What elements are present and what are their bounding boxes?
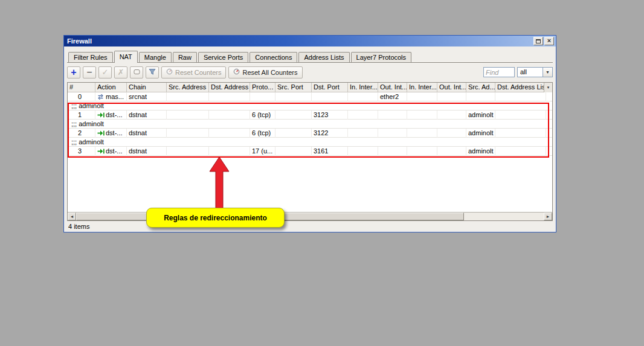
column-header-protocol[interactable]: Proto... [250, 83, 275, 92]
cell-text: 3123 [314, 111, 328, 118]
disable-button[interactable]: ✗ [114, 66, 127, 78]
comment-row[interactable]: ;;; adminolt [68, 120, 552, 129]
cell-src_address [167, 129, 209, 138]
cell-out_interface_list [437, 147, 466, 156]
scrollbar-track[interactable] [464, 213, 544, 220]
cell-protocol: 6 (tcp) [250, 111, 275, 120]
filter-dropdown[interactable]: all ▼ [517, 67, 553, 77]
column-header-dst_address[interactable]: Dst. Address [209, 83, 250, 92]
tab-raw[interactable]: Raw [173, 52, 197, 62]
column-selector-button[interactable]: ▼ [544, 83, 552, 92]
cell-out_interface [378, 111, 407, 120]
tab-filter-rules[interactable]: Filter Rules [68, 52, 113, 62]
comment-row[interactable]: ;;; adminolt [68, 138, 552, 147]
counter-icon [166, 68, 173, 76]
tab-mangle[interactable]: Mangle [139, 52, 172, 62]
enable-button[interactable]: ✓ [98, 66, 112, 78]
masquerade-icon [97, 94, 105, 100]
column-header-out_interface_list[interactable]: Out. Int... [437, 83, 466, 92]
maximize-button[interactable] [533, 37, 543, 45]
cell-src_address [167, 111, 209, 120]
cell-dst_address [209, 111, 250, 120]
cell-num: 3 [68, 147, 95, 156]
cell-dst_address [209, 129, 250, 138]
cell-out_interface [378, 147, 407, 156]
cell-src_port [275, 111, 312, 120]
column-header-num[interactable]: # [68, 83, 95, 92]
comment-row[interactable]: ;;; adminolt [68, 101, 552, 111]
comment-icon [134, 68, 140, 76]
cell-action: dst-... [95, 147, 127, 156]
cell-dst_address_list [495, 129, 546, 138]
column-header-in_interface_list[interactable]: In. Inter... [407, 83, 437, 92]
cell-num: 1 [68, 111, 95, 120]
cell-action: dst-... [95, 129, 127, 138]
filter-dropdown-button[interactable]: ▼ [543, 67, 553, 77]
table-body: 0mas...srcnatether2;;; adminolt1dst-...d… [68, 92, 552, 212]
cell-src_port [275, 147, 312, 156]
maximize-icon [536, 39, 541, 43]
dst-nat-icon [97, 148, 105, 155]
rule-row[interactable]: 0mas...srcnatether2 [68, 92, 552, 101]
rule-row[interactable]: 2dst-...dstnat6 (tcp)3122adminolt [68, 129, 552, 138]
horizontal-scrollbar[interactable]: ◄ ► [68, 212, 552, 220]
cell-action: dst-... [95, 111, 127, 120]
filter-button[interactable] [146, 66, 159, 78]
cell-text: dst-... [106, 129, 123, 136]
annotation-callout: Reglas de redireccionamiento [146, 208, 285, 228]
tab-layer7-protocols[interactable]: Layer7 Protocols [351, 52, 412, 62]
cell-text: srcnat [129, 93, 147, 100]
column-header-dst_port[interactable]: Dst. Port [312, 83, 348, 92]
window-title: Firewall [67, 37, 92, 45]
scroll-left-button[interactable]: ◄ [68, 213, 76, 220]
remove-button[interactable]: − [83, 66, 96, 78]
column-header-action[interactable]: Action [95, 83, 127, 92]
cell-text: 6 (tcp) [252, 129, 271, 136]
reset-all-counters-button[interactable]: Reset All Counters [228, 66, 302, 78]
scroll-right-button[interactable]: ► [544, 213, 552, 220]
cell-src_address [167, 92, 209, 101]
titlebar[interactable]: Firewall × [64, 36, 556, 46]
chevron-down-icon: ▼ [547, 86, 550, 89]
find-input[interactable] [483, 67, 515, 77]
cell-in_interface_list [407, 92, 437, 101]
tab-connections[interactable]: Connections [250, 52, 297, 62]
cell-text: 3161 [314, 147, 328, 155]
comment-button[interactable] [130, 66, 143, 78]
column-header-chain[interactable]: Chain [127, 83, 167, 92]
cell-text: 3 [78, 147, 82, 155]
cell-text: adminolt [468, 129, 494, 136]
column-header-out_interface[interactable]: Out. Int... [378, 83, 407, 92]
cell-src_address [167, 147, 209, 156]
cell-text: dst-... [106, 147, 123, 155]
filter-dropdown-value: all [517, 67, 543, 77]
column-header-src_address_list[interactable]: Src. Ad... [466, 83, 495, 92]
cell-text: dstnat [129, 147, 147, 155]
dst-nat-icon [97, 112, 105, 118]
table-header: #ActionChainSrc. AddressDst. AddressProt… [68, 83, 552, 92]
cell-text: mas... [106, 93, 124, 100]
column-header-src_address[interactable]: Src. Address [167, 83, 209, 92]
cell-chain: srcnat [127, 92, 167, 101]
tab-service-ports[interactable]: Service Ports [198, 52, 248, 62]
close-button[interactable]: × [544, 37, 554, 45]
cell-in_interface_list [407, 129, 437, 138]
column-header-in_interface[interactable]: In. Inter... [348, 83, 378, 92]
rule-row[interactable]: 1dst-...dstnat6 (tcp)3123adminolt [68, 111, 552, 120]
firewall-window: Firewall × Filter RulesNATMangleRawServi… [63, 35, 556, 232]
cell-out_interface_list [437, 92, 466, 101]
tab-address-lists[interactable]: Address Lists [298, 52, 349, 62]
cell-chain: dstnat [127, 111, 167, 120]
column-header-dst_address_list[interactable]: Dst. Address Lis [495, 83, 546, 92]
titlebar-buttons: × [533, 37, 554, 45]
cell-num: 0 [68, 92, 95, 101]
column-header-src_port[interactable]: Src. Port [275, 83, 312, 92]
annotation-callout-label: Reglas de redireccionamiento [164, 214, 267, 222]
reset-counters-button[interactable]: Reset Counters [161, 66, 226, 78]
tab-nat[interactable]: NAT [114, 51, 138, 63]
rule-row[interactable]: 3dst-...dstnat17 (u...3161adminolt [68, 147, 552, 156]
cell-dst_address_list [495, 147, 546, 156]
add-button[interactable]: + [67, 66, 80, 78]
reset-counters-label: Reset Counters [175, 69, 221, 76]
cell-dst_port: 3123 [312, 111, 348, 120]
